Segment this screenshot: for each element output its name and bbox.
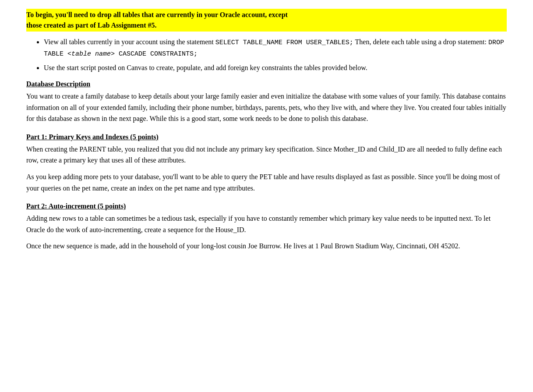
bullet-item-2: Use the start script posted on Canvas to…: [44, 63, 507, 73]
bullet1-code1: SELECT TABLE_NAME FROM USER_TABLES;: [215, 39, 353, 46]
section-body-part1-p2: As you keep adding more pets to your dat…: [26, 171, 507, 194]
bullet-item-1: View all tables currently in your accoun…: [44, 37, 507, 59]
highlight-line2: those created as part of Lab Assignment …: [26, 21, 156, 29]
section-heading-part2: Part 2: Auto-increment (5 points): [26, 202, 507, 210]
section-body-part2-p1: Adding new rows to a table can sometimes…: [26, 213, 507, 235]
section-heading-part1: Part 1: Primary Keys and Indexes (5 poin…: [26, 133, 507, 141]
section-body-part2-p2: Once the new sequence is made, add in th…: [26, 240, 507, 252]
bullet2-text: Use the start script posted on Canvas to…: [44, 64, 367, 71]
bullet1-text-before: View all tables currently in your accoun…: [44, 38, 215, 46]
highlight-line1: To begin, you'll need to drop all tables…: [26, 11, 288, 18]
highlight-header: To begin, you'll need to drop all tables…: [26, 9, 507, 32]
section-body-database-description: You want to create a family database to …: [26, 91, 507, 124]
section-database-description: Database Description You want to create …: [26, 80, 507, 124]
bullet1-text-middle: Then, delete each table using a drop sta…: [353, 38, 488, 46]
section-body-part1-p1: When creating the PARENT table, you real…: [26, 144, 507, 166]
section-heading-database-description: Database Description: [26, 80, 507, 88]
section-part1: Part 1: Primary Keys and Indexes (5 poin…: [26, 133, 507, 194]
section-part2: Part 2: Auto-increment (5 points) Adding…: [26, 202, 507, 252]
intro-bullet-list: View all tables currently in your accoun…: [44, 37, 507, 73]
